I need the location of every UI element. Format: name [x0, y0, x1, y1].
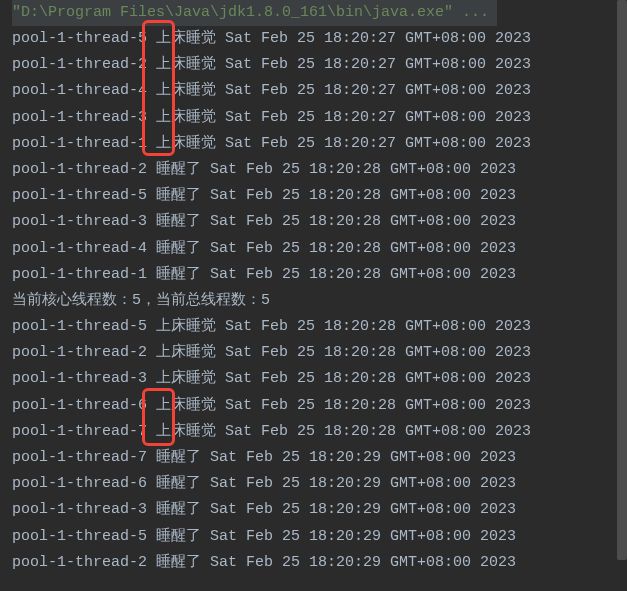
console-line: pool-1-thread-2 睡醒了 Sat Feb 25 18:20:28 … — [12, 157, 627, 183]
console-line: pool-1-thread-1 上床睡觉 Sat Feb 25 18:20:27… — [12, 131, 627, 157]
console-line: pool-1-thread-4 上床睡觉 Sat Feb 25 18:20:27… — [12, 78, 627, 104]
console-line: pool-1-thread-3 睡醒了 Sat Feb 25 18:20:29 … — [12, 497, 627, 523]
header-command-text: "D:\Program Files\Java\jdk1.8.0_161\bin\… — [12, 4, 489, 21]
scrollbar-thumb[interactable] — [617, 0, 627, 560]
console-line: pool-1-thread-7 睡醒了 Sat Feb 25 18:20:29 … — [12, 445, 627, 471]
console-line: pool-1-thread-1 睡醒了 Sat Feb 25 18:20:28 … — [12, 262, 627, 288]
scrollbar-track[interactable] — [617, 0, 627, 591]
console-output[interactable]: pool-1-thread-5 上床睡觉 Sat Feb 25 18:20:27… — [0, 26, 627, 576]
header-command-line: "D:\Program Files\Java\jdk1.8.0_161\bin\… — [0, 0, 627, 26]
console-line: pool-1-thread-7 上床睡觉 Sat Feb 25 18:20:28… — [12, 419, 627, 445]
console-line: pool-1-thread-3 睡醒了 Sat Feb 25 18:20:28 … — [12, 209, 627, 235]
console-line: pool-1-thread-5 睡醒了 Sat Feb 25 18:20:29 … — [12, 524, 627, 550]
console-line: pool-1-thread-5 上床睡觉 Sat Feb 25 18:20:27… — [12, 26, 627, 52]
console-line: pool-1-thread-5 睡醒了 Sat Feb 25 18:20:28 … — [12, 183, 627, 209]
console-line: pool-1-thread-2 上床睡觉 Sat Feb 25 18:20:27… — [12, 52, 627, 78]
console-line: pool-1-thread-2 上床睡觉 Sat Feb 25 18:20:28… — [12, 340, 627, 366]
console-line: pool-1-thread-3 上床睡觉 Sat Feb 25 18:20:28… — [12, 366, 627, 392]
console-line: pool-1-thread-4 睡醒了 Sat Feb 25 18:20:28 … — [12, 236, 627, 262]
console-line: pool-1-thread-5 上床睡觉 Sat Feb 25 18:20:28… — [12, 314, 627, 340]
console-line: pool-1-thread-6 上床睡觉 Sat Feb 25 18:20:28… — [12, 393, 627, 419]
console-line: pool-1-thread-3 上床睡觉 Sat Feb 25 18:20:27… — [12, 105, 627, 131]
console-line: pool-1-thread-2 睡醒了 Sat Feb 25 18:20:29 … — [12, 550, 627, 576]
console-line: pool-1-thread-6 睡醒了 Sat Feb 25 18:20:29 … — [12, 471, 627, 497]
console-line: 当前核心线程数：5，当前总线程数：5 — [12, 288, 627, 314]
